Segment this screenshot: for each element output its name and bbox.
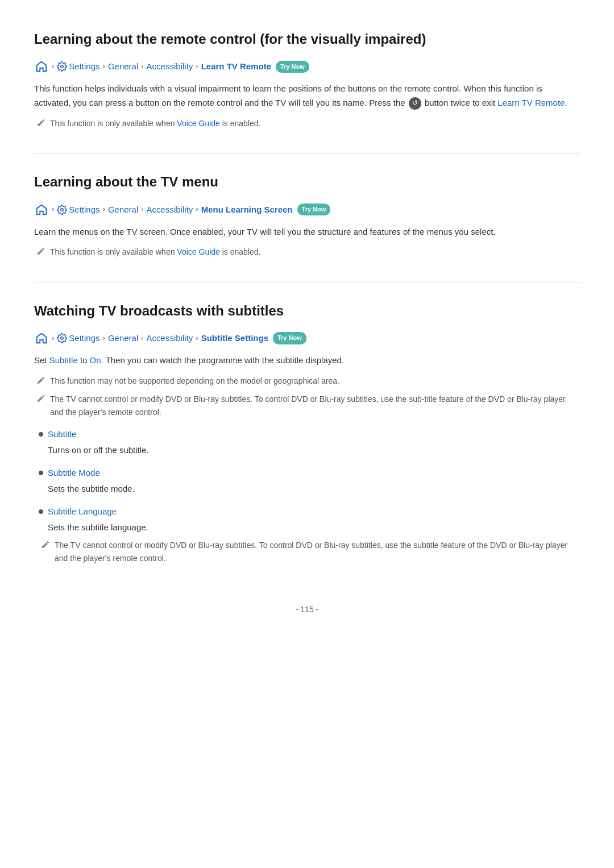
pencil-icon-sub2 (36, 394, 45, 406)
subtitle-language-note-text: The TV cannot control or modify DVD or B… (55, 539, 580, 564)
remote-note-suffix: is enabled. (222, 119, 261, 128)
remote-note-prefix: This function is only available when (50, 119, 175, 128)
section-subtitles-title: Watching TV broadcasts with subtitles (34, 300, 580, 322)
breadcrumb-tvmenu: › Settings › General › Accessibility › M… (34, 202, 580, 217)
subtitles-note1-text: This function may not be supported depen… (50, 375, 339, 387)
remote-body-end: . (565, 98, 567, 107)
tvmenu-note-text: This function is only available when Voi… (50, 246, 260, 258)
settings-link-tvmenu[interactable]: Settings (57, 203, 99, 217)
subtitles-note2-text: The TV cannot control or modify DVD or B… (50, 393, 580, 418)
subtitle-language-note: The TV cannot control or modify DVD or B… (39, 539, 580, 564)
subtitles-body-prefix: Set (34, 355, 47, 365)
learn-tv-remote-link[interactable]: Learn TV Remote (497, 98, 565, 107)
subtitle-language-desc: Sets the subtitle language. (39, 521, 580, 534)
subtitle-mode-link[interactable]: Subtitle Mode (48, 466, 100, 480)
pencil-icon-remote (36, 118, 45, 131)
subtitle-bullet-list: Subtitle Turns on or off the subtitle. S… (34, 427, 580, 569)
subtitle-mode-desc: Sets the subtitle mode. (39, 482, 580, 496)
try-now-badge-remote[interactable]: Try Now (276, 61, 309, 73)
breadcrumb-subtitles: › Settings › General › Accessibility › S… (34, 331, 580, 346)
try-now-badge-subtitles[interactable]: Try Now (273, 332, 306, 344)
home-icon-tvmenu[interactable] (34, 202, 49, 217)
page-number: - 115 - (34, 603, 580, 616)
remote-note-text: This function is only available when Voi… (50, 117, 260, 130)
return-button-icon: ↺ (409, 97, 421, 110)
remote-body-text: This function helps individuals with a v… (34, 82, 580, 110)
accessibility-link-subtitles[interactable]: Accessibility (147, 331, 193, 345)
remote-body-suffix: button twice to exit (422, 98, 498, 107)
section-tvmenu-title: Learning about the TV menu (34, 171, 580, 193)
voice-guide-link-remote[interactable]: Voice Guide (177, 119, 220, 128)
accessibility-link-tvmenu[interactable]: Accessibility (147, 203, 193, 217)
section-tvmenu: Learning about the TV menu › Settings › … (34, 171, 580, 260)
home-icon-subtitles[interactable] (34, 331, 49, 346)
settings-text-subtitles: Settings (69, 331, 99, 345)
general-link-tvmenu[interactable]: General (108, 203, 138, 217)
settings-link-subtitles[interactable]: Settings (57, 331, 99, 345)
sep-tv1: › (52, 203, 54, 215)
sep-sub4: › (196, 333, 198, 344)
list-item-subtitle-mode: Subtitle Mode Sets the subtitle mode. (34, 466, 580, 496)
breadcrumb-remote: › Settings › General › Accessibility › L… (34, 59, 580, 74)
subtitles-note1: This function may not be supported depen… (34, 375, 580, 388)
bullet-dot-subtitle-language (39, 509, 43, 514)
sep-sub3: › (141, 333, 143, 344)
pencil-icon-sub3 (41, 540, 50, 553)
list-item-subtitle: Subtitle Turns on or off the subtitle. (34, 427, 580, 457)
divider-2 (34, 283, 580, 283)
subtitles-body-middle: to (80, 355, 88, 365)
tvmenu-note-suffix: is enabled. (222, 247, 261, 256)
bullet-dot-subtitle (39, 432, 43, 437)
list-item-subtitle-language: Subtitle Language Sets the subtitle lang… (34, 505, 580, 569)
subtitle-item-link[interactable]: Subtitle (48, 427, 76, 441)
pencil-icon-sub1 (36, 376, 45, 388)
subtitles-body-text: Set Subtitle to On. Then you can watch t… (34, 354, 580, 368)
sep-tv3: › (141, 203, 143, 215)
bullet-title-subtitle-mode: Subtitle Mode (39, 466, 580, 480)
sep-sub2: › (103, 333, 105, 344)
sep-tv4: › (196, 203, 198, 215)
svg-point-3 (61, 337, 64, 340)
sep1: › (52, 61, 54, 73)
subtitle-link[interactable]: Subtitle (49, 355, 78, 365)
sep-sub1: › (52, 333, 54, 344)
remote-note: This function is only available when Voi… (34, 117, 580, 131)
sep2: › (103, 61, 105, 73)
home-icon[interactable] (34, 59, 49, 74)
sep-tv2: › (103, 203, 105, 215)
subtitles-note2: The TV cannot control or modify DVD or B… (34, 393, 580, 418)
bullet-dot-subtitle-mode (39, 471, 43, 475)
tvmenu-note: This function is only available when Voi… (34, 246, 580, 259)
bullet-title-subtitle: Subtitle (39, 427, 580, 441)
try-now-badge-tvmenu[interactable]: Try Now (297, 203, 331, 216)
general-link-remote[interactable]: General (108, 60, 138, 73)
on-link: On. (90, 355, 103, 365)
voice-guide-link-tvmenu[interactable]: Voice Guide (177, 247, 220, 256)
subtitle-item-desc: Turns on or off the subtitle. (39, 443, 580, 457)
sep4: › (196, 61, 198, 73)
feature-link-tvmenu[interactable]: Menu Learning Screen (201, 203, 293, 217)
settings-link-remote[interactable]: Settings (57, 60, 99, 73)
subtitles-body-suffix: Then you can watch the programme with th… (106, 355, 344, 365)
feature-link-remote[interactable]: Learn TV Remote (201, 60, 271, 73)
bullet-title-subtitle-language: Subtitle Language (39, 505, 580, 518)
settings-text-remote: Settings (69, 60, 99, 73)
section-subtitles: Watching TV broadcasts with subtitles › … (34, 300, 580, 569)
tvmenu-note-prefix: This function is only available when (50, 247, 175, 256)
svg-point-2 (61, 208, 64, 211)
divider-1 (34, 153, 580, 154)
sep3: › (141, 61, 143, 73)
section-remote-title: Learning about the remote control (for t… (34, 28, 580, 50)
general-link-subtitles[interactable]: General (108, 331, 138, 345)
settings-text-tvmenu: Settings (69, 203, 99, 217)
svg-point-1 (61, 65, 64, 68)
pencil-icon-tvmenu (36, 247, 45, 259)
section-remote: Learning about the remote control (for t… (34, 28, 580, 131)
tvmenu-body-text: Learn the menus on the TV screen. Once e… (34, 225, 580, 239)
accessibility-link-remote[interactable]: Accessibility (147, 60, 193, 73)
subtitle-language-link[interactable]: Subtitle Language (48, 505, 117, 518)
feature-link-subtitles[interactable]: Subtitle Settings (201, 331, 268, 345)
